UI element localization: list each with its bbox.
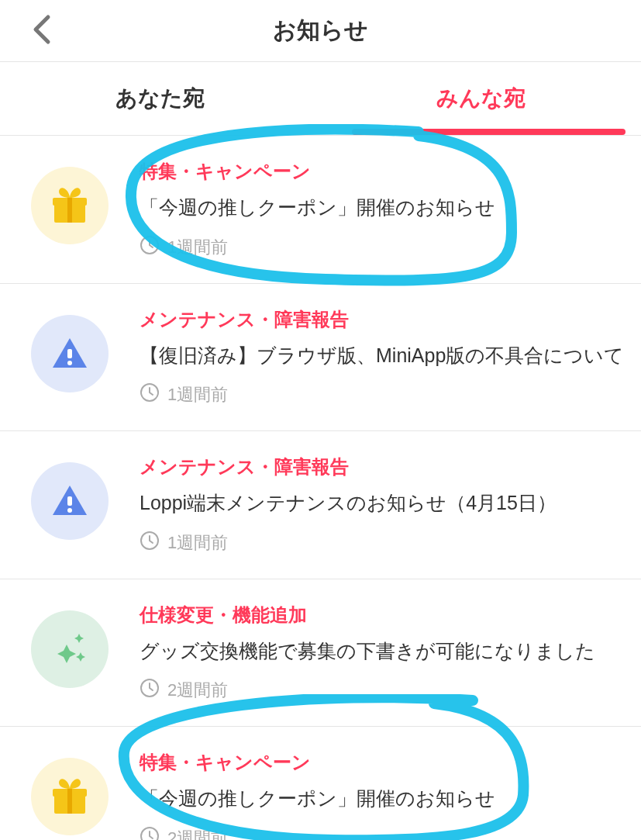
svg-rect-2 xyxy=(67,198,72,223)
svg-rect-4 xyxy=(67,349,72,358)
tabs: あなた宛 みんな宛 xyxy=(0,62,641,136)
notification-item[interactable]: メンテナンス・障害報告 【復旧済み】ブラウザ版、MiniApp版の不具合について… xyxy=(0,284,641,432)
notification-time: 1週間前 xyxy=(167,383,228,406)
notification-time: 2週間前 xyxy=(167,827,228,841)
notification-item[interactable]: 特集・キャンペーン 「今週の推しクーポン」開催のお知らせ 2週間前 xyxy=(0,727,641,840)
sparkle-icon xyxy=(31,610,109,688)
notification-category: メンテナンス・障害報告 xyxy=(140,307,625,332)
notification-list: 特集・キャンペーン 「今週の推しクーポン」開催のお知らせ 1週間前 メンテナンス… xyxy=(0,136,641,840)
clock-icon xyxy=(140,531,167,555)
notification-category: 仕様変更・機能追加 xyxy=(140,603,625,627)
notification-meta: 2週間前 xyxy=(140,826,625,841)
page-title: お知らせ xyxy=(273,15,368,47)
back-button[interactable] xyxy=(31,14,53,48)
notification-message: 「今週の推しクーポン」開催のお知らせ xyxy=(140,784,625,814)
clock-icon xyxy=(140,826,167,841)
alert-triangle-icon xyxy=(31,315,109,392)
clock-icon xyxy=(140,235,167,260)
notification-content: メンテナンス・障害報告 【復旧済み】ブラウザ版、MiniApp版の不具合について… xyxy=(140,307,625,408)
tab-anata[interactable]: あなた宛 xyxy=(0,62,321,135)
svg-point-8 xyxy=(67,508,72,513)
notification-content: メンテナンス・障害報告 Loppi端末メンテナンスのお知らせ（4月15日） 1週… xyxy=(140,455,625,555)
chevron-left-icon xyxy=(31,14,53,45)
notification-content: 特集・キャンペーン 「今週の推しクーポン」開催のお知らせ 2週間前 xyxy=(140,750,625,840)
svg-point-5 xyxy=(67,361,72,365)
notification-time: 1週間前 xyxy=(167,236,228,259)
clock-icon xyxy=(140,678,167,703)
notification-meta: 1週間前 xyxy=(140,382,625,407)
notification-message: Loppi端末メンテナンスのお知らせ（4月15日） xyxy=(140,489,625,518)
notification-message: 【復旧済み】ブラウザ版、MiniApp版の不具合について xyxy=(140,341,625,371)
notification-message: グッズ交換機能で募集の下書きが可能になりました xyxy=(140,637,625,666)
notification-category: 特集・キャンペーン xyxy=(140,159,625,184)
notification-content: 特集・キャンペーン 「今週の推しクーポン」開催のお知らせ 1週間前 xyxy=(140,159,625,260)
header: お知らせ xyxy=(0,0,641,62)
svg-rect-13 xyxy=(67,789,72,814)
alert-triangle-icon xyxy=(31,462,109,540)
gift-icon xyxy=(31,758,109,835)
clock-icon xyxy=(140,382,167,407)
notification-content: 仕様変更・機能追加 グッズ交換機能で募集の下書きが可能になりました 2週間前 xyxy=(140,603,625,703)
notification-item[interactable]: 特集・キャンペーン 「今週の推しクーポン」開催のお知らせ 1週間前 xyxy=(0,136,641,284)
notification-meta: 2週間前 xyxy=(140,678,625,703)
notification-message: 「今週の推しクーポン」開催のお知らせ xyxy=(140,193,625,223)
notification-item[interactable]: メンテナンス・障害報告 Loppi端末メンテナンスのお知らせ（4月15日） 1週… xyxy=(0,431,641,579)
notification-category: メンテナンス・障害報告 xyxy=(140,455,625,479)
notification-item[interactable]: 仕様変更・機能追加 グッズ交換機能で募集の下書きが可能になりました 2週間前 xyxy=(0,579,641,728)
gift-icon xyxy=(31,167,109,244)
notification-meta: 1週間前 xyxy=(140,235,625,260)
tab-minna[interactable]: みんな宛 xyxy=(321,62,642,135)
notification-time: 1週間前 xyxy=(167,531,228,555)
svg-rect-7 xyxy=(67,496,72,506)
notification-category: 特集・キャンペーン xyxy=(140,750,625,775)
notification-meta: 1週間前 xyxy=(140,531,625,555)
notification-time: 2週間前 xyxy=(167,679,228,702)
